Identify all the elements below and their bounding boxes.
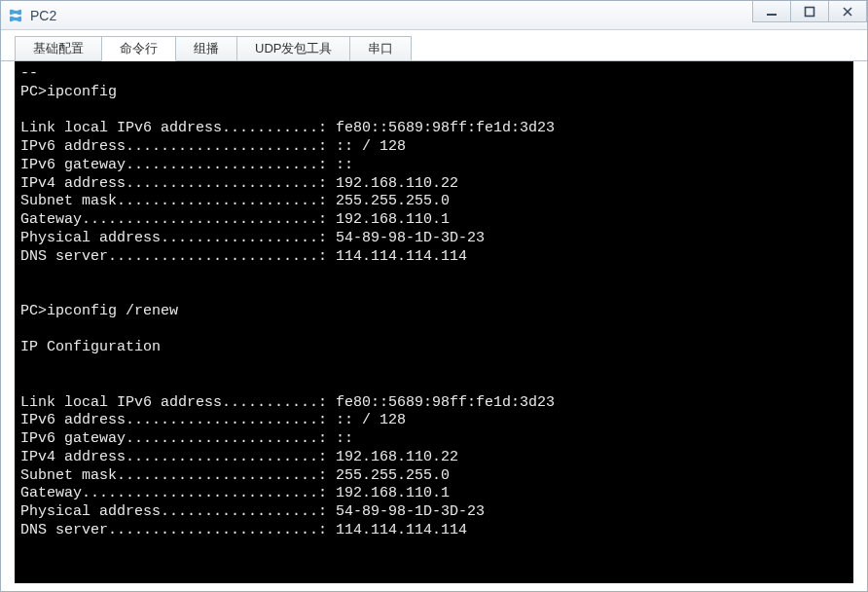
window-title: PC2 xyxy=(30,8,56,23)
app-window: PC2 基础配置 命令行 组播 UDP发包工具 串口 -- PC>ipconfi… xyxy=(0,0,868,592)
tab-label: 串口 xyxy=(368,40,393,57)
window-controls xyxy=(752,1,867,29)
svg-rect-1 xyxy=(806,7,814,16)
title-left: PC2 xyxy=(7,7,56,24)
tabstrip: 基础配置 命令行 组播 UDP发包工具 串口 xyxy=(1,30,867,61)
tab-serial[interactable]: 串口 xyxy=(349,36,412,61)
close-button[interactable] xyxy=(828,1,867,22)
terminal-container: -- PC>ipconfig Link local IPv6 address..… xyxy=(1,60,867,591)
tab-udp-send[interactable]: UDP发包工具 xyxy=(236,36,350,61)
titlebar: PC2 xyxy=(1,1,867,30)
app-icon xyxy=(7,7,24,24)
tab-basic-config[interactable]: 基础配置 xyxy=(15,36,102,61)
tab-label: 基础配置 xyxy=(33,40,84,57)
minimize-button[interactable] xyxy=(752,1,791,22)
maximize-button[interactable] xyxy=(790,1,829,22)
svg-rect-0 xyxy=(767,14,777,16)
tab-label: 组播 xyxy=(194,40,219,57)
tab-command-line[interactable]: 命令行 xyxy=(101,36,176,61)
tab-multicast[interactable]: 组播 xyxy=(175,36,237,61)
terminal[interactable]: -- PC>ipconfig Link local IPv6 address..… xyxy=(15,61,853,583)
tab-label: UDP发包工具 xyxy=(255,40,332,57)
tab-label: 命令行 xyxy=(120,40,158,57)
